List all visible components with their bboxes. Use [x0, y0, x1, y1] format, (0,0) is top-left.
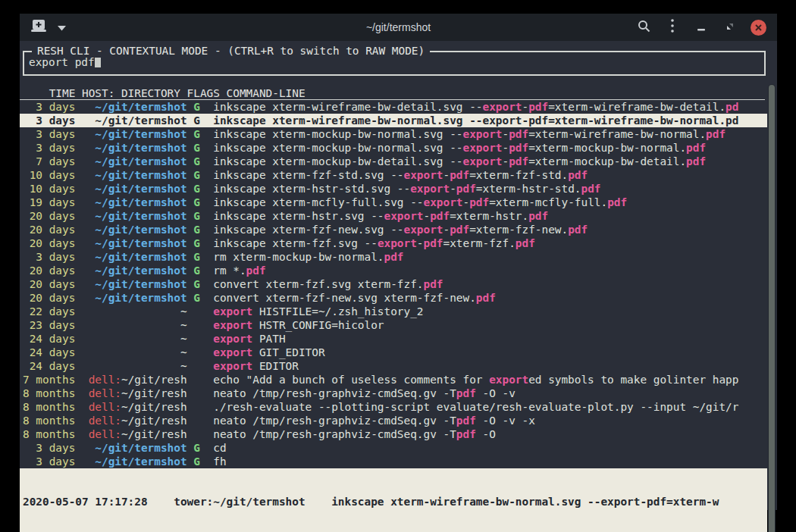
minimize-button[interactable] — [693, 18, 710, 36]
history-row[interactable]: 3 days ~/git/termshot G inkscape xterm-w… — [20, 100, 767, 114]
row-command-match: export — [378, 237, 417, 249]
row-spacer — [75, 237, 95, 249]
history-row[interactable]: 3 days ~/git/termshot G rm xterm-mockup-… — [20, 250, 767, 264]
history-row[interactable]: 3 days ~/git/termshot G inkscape xterm-m… — [20, 127, 767, 141]
history-row[interactable]: 19 days ~/git/termshot G inkscape xterm-… — [20, 196, 767, 209]
row-command-match: export — [404, 224, 443, 236]
row-flag: G — [187, 224, 214, 236]
history-row[interactable]: 3 days ~/git/termshot G inkscape xterm-m… — [20, 141, 767, 155]
row-command-text: HISTFILE=~/.zsh_history_2 — [252, 305, 423, 318]
history-table-header: TIME HOST: DIRECTORY FLAGS COMMAND-LINE — [20, 86, 765, 100]
row-command-match: pdf — [528, 210, 548, 222]
history-row[interactable]: 20 days ~/git/termshot G inkscape xterm-… — [20, 223, 767, 236]
row-command-text: - — [463, 196, 470, 208]
row-time: 3 days — [23, 101, 75, 113]
row-command-match: pdf — [509, 128, 528, 140]
scrollbar-thumb[interactable] — [769, 85, 775, 532]
row-command-text: inkscape xterm-hstr.svg -- — [213, 210, 384, 222]
titlebar: ~/git/termshot — [20, 14, 777, 41]
row-command-text: inkscape xterm-mockup-bw-detail.svg -- — [213, 155, 462, 167]
search-button[interactable] — [635, 18, 652, 36]
row-command-text: neato /tmp/resh-graphviz-cmdSeq.gv -T — [213, 428, 456, 440]
row-command-text: =xterm-hstr. — [450, 210, 528, 222]
menu-button[interactable] — [664, 18, 681, 36]
row-command-match: pdf — [424, 237, 443, 249]
history-row[interactable]: 22 days ~ export HISTFILE=~/.zsh_history… — [20, 305, 767, 318]
row-command-text: - — [502, 142, 509, 154]
row-command-text: convert xterm-fzf.svg xterm-fzf. — [213, 278, 423, 290]
row-flag — [187, 401, 214, 413]
row-command-match: pdf — [456, 428, 476, 440]
tab-menu-button[interactable] — [53, 18, 70, 36]
row-spacer — [75, 101, 95, 113]
new-tab-button[interactable] — [30, 18, 47, 36]
history-row[interactable]: 20 days ~/git/termshot G convert xterm-f… — [20, 291, 767, 305]
history-row[interactable]: 24 days ~ export EDITOR — [20, 359, 767, 373]
row-flag — [187, 428, 214, 440]
history-row[interactable]: 20 days ~/git/termshot G convert xterm-f… — [20, 277, 767, 291]
row-command-match: export — [424, 196, 463, 208]
close-button[interactable] — [751, 20, 766, 36]
row-directory: ~/git/termshot — [95, 101, 186, 113]
row-command-match: export — [213, 333, 252, 345]
history-row[interactable]: 10 days ~/git/termshot G inkscape xterm-… — [20, 182, 767, 196]
row-flag: G — [187, 114, 214, 127]
row-command-text: neato /tmp/resh-graphviz-cmdSeq.gv -T — [213, 387, 456, 399]
row-spacer — [75, 360, 180, 372]
history-row[interactable]: 20 days ~/git/termshot G inkscape xterm-… — [20, 236, 767, 250]
row-spacer — [75, 401, 88, 413]
history-row[interactable]: 20 days ~/git/termshot G inkscape xterm-… — [20, 209, 767, 223]
row-flag — [187, 333, 214, 345]
row-command-match: export — [463, 142, 503, 154]
row-spacer — [75, 264, 95, 277]
history-row[interactable]: 8 months dell:~/git/resh neato /tmp/resh… — [20, 427, 767, 441]
history-row[interactable]: 10 days ~/git/termshot G inkscape xterm-… — [20, 168, 767, 182]
history-row[interactable]: 8 months dell:~/git/resh neato /tmp/resh… — [20, 414, 767, 427]
row-command-text: PATH — [252, 333, 285, 345]
row-command-match: export — [384, 210, 424, 222]
row-flag: G — [187, 292, 214, 304]
row-command-match: pdf — [509, 142, 528, 154]
kebab-menu-icon — [671, 19, 674, 36]
row-command-text: =xterm-fzf-new. — [469, 224, 568, 236]
row-time: 22 days — [23, 305, 75, 318]
row-spacer — [75, 346, 180, 358]
row-command-text: =xterm-wireframe-bw-normal. — [528, 128, 706, 140]
history-row[interactable]: 7 months dell:~/git/resh echo "Add a bun… — [20, 373, 767, 386]
row-command-match: pdf — [509, 155, 528, 167]
history-row[interactable]: 7 days ~/git/termshot G inkscape xterm-m… — [20, 155, 767, 168]
row-command-match: pdf — [528, 114, 548, 127]
history-row[interactable]: 8 months dell:~/git/resh neato /tmp/resh… — [20, 386, 767, 400]
row-command-text: =xterm-wireframe-bw-normal. — [548, 114, 725, 127]
row-command-text: - — [443, 224, 450, 236]
history-row[interactable]: 3 days ~/git/termshot G inkscape xterm-w… — [20, 114, 767, 127]
history-row[interactable]: 3 days ~/git/termshot G fh — [20, 455, 767, 468]
scrollbar[interactable] — [768, 84, 776, 532]
row-directory: ~/git/termshot — [95, 264, 186, 277]
row-time: 7 months — [23, 374, 75, 386]
row-directory: ~/git/resh — [121, 374, 187, 386]
history-row[interactable]: 24 days ~ export GIT_EDITOR — [20, 346, 767, 359]
row-directory: ~/git/termshot — [95, 169, 186, 181]
history-row[interactable]: 24 days ~ export PATH — [20, 332, 767, 346]
restore-button[interactable] — [722, 18, 738, 36]
row-flag — [187, 415, 214, 427]
row-command-text: ed symbols to make golinter happ — [528, 374, 738, 386]
history-row[interactable]: 3 days ~/git/termshot G cd — [20, 441, 767, 455]
row-time: 20 days — [23, 224, 75, 236]
resh-search-box[interactable]: RESH CLI - CONTEXTUAL MODE - (CTRL+R to … — [23, 51, 766, 76]
row-spacer — [75, 210, 95, 222]
row-directory: ~/git/termshot — [95, 210, 186, 222]
row-command-match: pd — [725, 114, 738, 127]
row-flag — [187, 374, 214, 386]
row-time: 8 months — [23, 387, 75, 399]
row-command-text: echo "Add a bunch of useless comments fo… — [213, 374, 489, 386]
row-command-match: export — [410, 183, 450, 195]
row-time: 7 days — [23, 155, 75, 167]
history-row[interactable]: 23 days ~ export HSTR_CONFIG=hicolor — [20, 318, 767, 332]
text-cursor — [95, 56, 101, 67]
row-command-match: pdf — [516, 237, 535, 249]
row-directory: ~/git/termshot — [95, 224, 186, 236]
history-row[interactable]: 20 days ~/git/termshot G rm *.pdf — [20, 264, 767, 277]
history-row[interactable]: 8 months dell:~/git/resh ./resh-evaluate… — [20, 400, 767, 414]
